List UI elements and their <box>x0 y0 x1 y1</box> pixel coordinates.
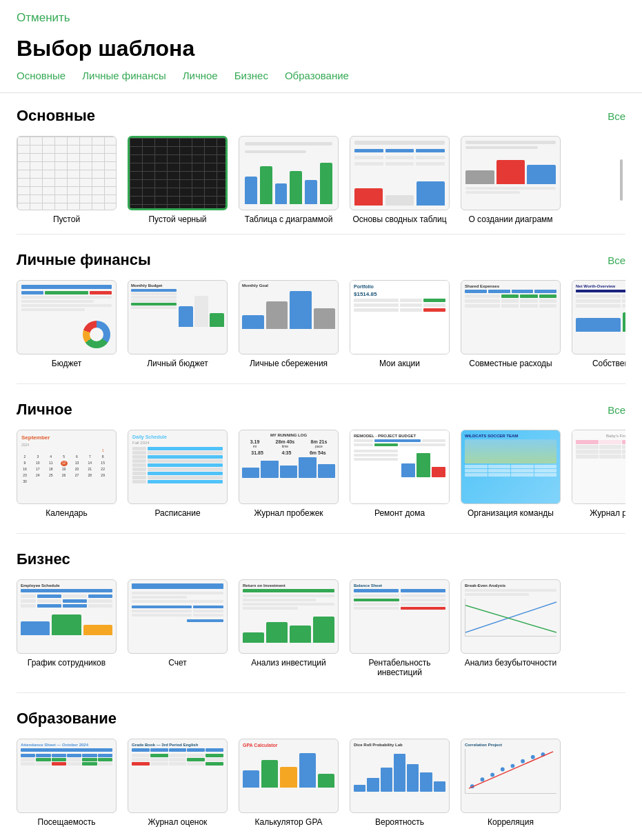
thumb-running-log: MY RUNNING LOG 3.19mi 28m 40stime 8m 21s… <box>239 430 339 504</box>
template-chart-table[interactable]: Таблица с диаграммой <box>239 136 339 224</box>
basic-see-all[interactable]: Все <box>608 110 625 122</box>
template-attendance[interactable]: Attendance Sheet — October 2024 <box>17 739 117 827</box>
template-personal-savings[interactable]: Monthly Goal Личные сбережения <box>239 280 339 368</box>
template-budget[interactable]: Бюджет <box>17 280 117 368</box>
section-personal: Личное Все September 2024 1 2345678 9101… <box>0 387 642 530</box>
label-portfolio: Мои акции <box>379 359 420 368</box>
label-schedule: Расписание <box>154 508 200 518</box>
label-calendar: Календарь <box>46 508 88 518</box>
thumb-baby-journal: Baby's First Year <box>572 430 625 504</box>
thumb-gpa-calc: GPA Calculator <box>239 739 339 813</box>
thumb-portfolio: Portfolio $1514.85 <box>350 280 450 354</box>
template-correlation[interactable]: Correlation Project <box>461 739 561 827</box>
label-pivot-basics: Основы сводных таблиц <box>352 214 446 224</box>
template-invoice[interactable]: Счет <box>128 579 228 677</box>
template-remodel[interactable]: REMODEL · PROJECT BUDGET <box>350 430 450 518</box>
section-personal-header: Личное Все <box>17 401 625 419</box>
personal-see-all[interactable]: Все <box>608 404 625 416</box>
svg-point-8 <box>531 755 535 759</box>
template-employee-schedule[interactable]: Employee Schedule <box>17 579 117 677</box>
thumb-chart-guide <box>461 136 561 210</box>
personal-templates-row: September 2024 1 2345678 9101112131415 1… <box>17 430 625 523</box>
page-title: Выбор шаблона <box>0 30 642 70</box>
thumb-dice: Dice Roll Probability Lab <box>350 739 450 813</box>
cancel-button[interactable]: Отменить <box>17 11 70 24</box>
template-team-org[interactable]: WILDCATS SOCCER TEAM Организация команды <box>461 430 561 518</box>
section-business-header: Бизнес <box>17 550 625 568</box>
scroll-indicator <box>617 136 625 224</box>
section-edu-header: Образование <box>17 710 625 728</box>
thumb-calendar: September 2024 1 2345678 9101112131415 1… <box>17 430 117 504</box>
section-pf-title: Личные финансы <box>17 251 151 269</box>
section-education: Образование Attendance Sheet — October 2… <box>0 696 642 839</box>
label-net-worth: Собственный... <box>592 359 625 368</box>
template-empty-light[interactable]: Пустой <box>17 136 117 224</box>
thumb-schedule: Daily Schedule Fall 2024 <box>128 430 228 504</box>
thumb-correlation: Correlation Project <box>461 739 561 813</box>
section-pf-header: Личные финансы Все <box>17 251 625 269</box>
nav-item-education[interactable]: Образование <box>285 70 349 81</box>
template-empty-dark[interactable]: Пустой черный <box>128 136 228 224</box>
thumb-chart-table <box>239 136 339 210</box>
svg-point-5 <box>501 768 505 772</box>
template-dice[interactable]: Dice Roll Probability Lab Вероятность <box>350 739 450 827</box>
template-grade-book[interactable]: Grade Book — 3rd Period English <box>128 739 228 827</box>
label-grade-book: Журнал оценок <box>148 817 208 827</box>
thumb-personal-budget: Monthly Budget <box>128 280 228 354</box>
label-baby-journal: Журнал ребенка <box>590 508 625 518</box>
label-budget: Бюджет <box>52 359 81 368</box>
template-chart-guide[interactable]: О создании диаграмм <box>461 136 561 224</box>
template-balance-sheet[interactable]: Balance Sheet Рентабельность инвестиций <box>350 579 450 677</box>
pf-see-all[interactable]: Все <box>608 254 625 266</box>
template-personal-budget[interactable]: Monthly Budget <box>128 280 228 368</box>
divider-1 <box>17 234 625 234</box>
template-calendar[interactable]: September 2024 1 2345678 9101112131415 1… <box>17 430 117 518</box>
thumb-net-worth: Net Worth-Overview <box>572 280 625 354</box>
business-templates-row: Employee Schedule <box>17 579 625 683</box>
nav-item-personal-finance[interactable]: Личные финансы <box>82 70 166 81</box>
svg-point-4 <box>490 772 494 777</box>
label-attendance: Посещаемость <box>38 817 96 827</box>
template-break-even[interactable]: Break-Even Analysis Анализ безубыточнос <box>461 579 561 677</box>
label-remodel: Ремонт дома <box>374 508 425 518</box>
basic-templates-row: Пустой Пустой черный <box>17 136 625 224</box>
divider-3 <box>17 533 625 534</box>
label-team-org: Организация команды <box>468 508 554 518</box>
label-empty-dark: Пустой черный <box>148 214 206 224</box>
label-personal-savings: Личные сбережения <box>250 359 328 368</box>
thumb-employee-schedule: Employee Schedule <box>17 579 117 654</box>
label-gpa-calc: Калькулятор GPA <box>254 817 322 827</box>
thumb-roi: Return on Investment <box>239 579 339 654</box>
svg-point-6 <box>511 764 515 768</box>
nav-item-business[interactable]: Бизнес <box>234 70 268 81</box>
label-running-log: Журнал пробежек <box>254 508 323 518</box>
template-net-worth[interactable]: Net Worth-Overview Собственный... <box>572 280 625 368</box>
nav-item-basic[interactable]: Основные <box>17 70 66 81</box>
template-running-log[interactable]: MY RUNNING LOG 3.19mi 28m 40stime 8m 21s… <box>239 430 339 518</box>
thumb-shared-expenses: Shared Expenses <box>461 280 561 354</box>
thumb-budget <box>17 280 117 354</box>
thumb-balance-sheet: Balance Sheet <box>350 579 450 654</box>
svg-point-7 <box>521 759 525 763</box>
label-chart-guide: О создании диаграмм <box>468 214 552 224</box>
template-schedule[interactable]: Daily Schedule Fall 2024 Расписание <box>128 430 228 518</box>
template-gpa-calc[interactable]: GPA Calculator Калькулятор GPA <box>239 739 339 827</box>
section-personal-title: Личное <box>17 401 72 419</box>
template-shared-expenses[interactable]: Shared Expenses Совместные расходы <box>461 280 561 368</box>
nav-item-personal[interactable]: Личное <box>183 70 218 81</box>
label-personal-budget: Личный бюджет <box>147 359 208 368</box>
svg-point-3 <box>481 777 485 781</box>
section-business: Бизнес Employee Schedule <box>0 537 642 690</box>
template-portfolio[interactable]: Portfolio $1514.85 <box>350 280 450 368</box>
label-shared-expenses: Совместные расходы <box>469 359 552 368</box>
label-correlation: Корреляция <box>488 817 534 827</box>
template-baby-journal[interactable]: Baby's First Year <box>572 430 625 518</box>
thumb-remodel: REMODEL · PROJECT BUDGET <box>350 430 450 504</box>
thumb-empty-dark <box>128 136 228 210</box>
thumb-invoice <box>128 579 228 654</box>
template-pivot-basics[interactable]: Основы сводных таблиц <box>350 136 450 224</box>
label-dice: Вероятность <box>375 817 424 827</box>
thumb-break-even: Break-Even Analysis <box>461 579 561 654</box>
thumb-empty-light <box>17 136 117 210</box>
template-roi[interactable]: Return on Investment <box>239 579 339 677</box>
